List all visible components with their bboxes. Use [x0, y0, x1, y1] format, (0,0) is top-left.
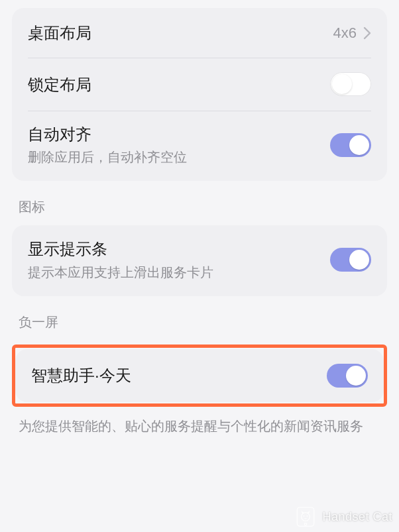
layout-settings-card: 桌面布局 4x6 锁定布局 自动对齐 删除应用后，自动补齐空位 [12, 8, 387, 181]
smart-assistant-row: 智慧助手·今天 [15, 349, 384, 402]
show-hint-bar-sub: 提示本应用支持上滑出服务卡片 [28, 264, 330, 282]
svg-point-3 [307, 515, 308, 517]
icons-settings-card: 显示提示条 提示本应用支持上滑出服务卡片 [12, 225, 387, 295]
svg-point-1 [302, 513, 310, 521]
smart-assistant-label: 智慧助手·今天 [31, 365, 327, 386]
lock-layout-label: 锁定布局 [28, 74, 330, 95]
smart-assistant-desc: 为您提供智能的、贴心的服务提醒与个性化的新闻资讯服务 [12, 407, 387, 437]
show-hint-bar-toggle[interactable] [330, 248, 371, 272]
lock-layout-row: 锁定布局 [12, 58, 387, 111]
chevron-right-icon [363, 27, 371, 40]
smart-assistant-toggle[interactable] [327, 364, 368, 388]
auto-align-row: 自动对齐 删除应用后，自动补齐空位 [12, 111, 387, 181]
auto-align-sub: 删除应用后，自动补齐空位 [28, 148, 330, 166]
watermark: Handset Cat [294, 505, 392, 528]
highlight-frame: 智慧助手·今天 [12, 345, 387, 407]
show-hint-bar-row: 显示提示条 提示本应用支持上滑出服务卡片 [12, 225, 387, 295]
lock-layout-toggle[interactable] [330, 72, 371, 96]
desktop-layout-label: 桌面布局 [28, 23, 333, 43]
cat-icon [294, 505, 317, 528]
watermark-text: Handset Cat [322, 510, 392, 524]
minus-one-screen-header: 负一屏 [12, 296, 387, 341]
svg-point-4 [305, 523, 308, 526]
icons-section-header: 图标 [12, 181, 387, 225]
auto-align-toggle[interactable] [330, 133, 371, 157]
auto-align-label: 自动对齐 [28, 124, 330, 144]
desktop-layout-row[interactable]: 桌面布局 4x6 [12, 8, 387, 58]
svg-point-2 [304, 515, 305, 517]
desktop-layout-value: 4x6 [333, 25, 357, 42]
smart-assistant-card: 智慧助手·今天 [15, 349, 384, 402]
show-hint-bar-label: 显示提示条 [28, 239, 330, 259]
